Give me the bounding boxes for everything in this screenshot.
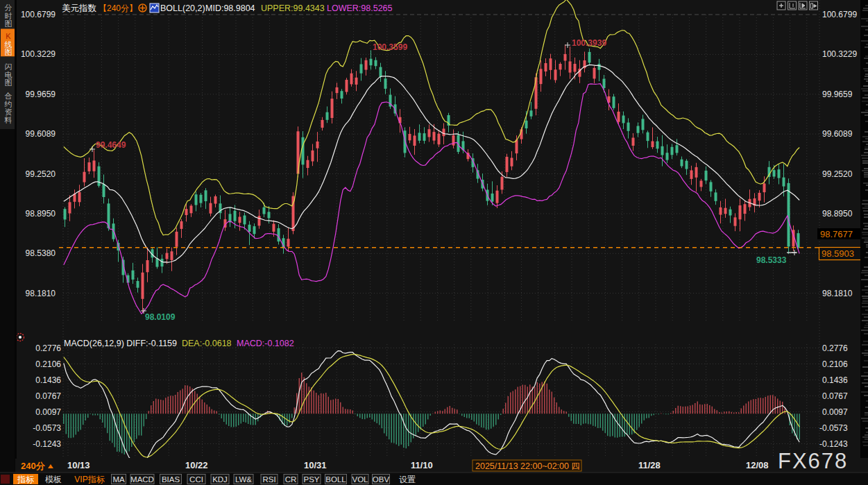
svg-text:闪: 闪 [5, 62, 12, 71]
svg-text:10/13: 10/13 [67, 460, 90, 470]
svg-text:图: 图 [5, 78, 12, 87]
svg-text:MACD(26,12,9) DIFF:-0.1159: MACD(26,12,9) DIFF:-0.1159 [64, 339, 177, 348]
svg-text:-0.0573: -0.0573 [33, 423, 61, 433]
svg-text:99.2520: 99.2520 [822, 169, 853, 179]
svg-text:线: 线 [5, 40, 12, 49]
svg-text:MID:98.9804: MID:98.9804 [205, 3, 255, 13]
svg-text:99.6089: 99.6089 [822, 129, 853, 139]
svg-text:11/10: 11/10 [411, 460, 433, 470]
svg-text:BIAS: BIAS [162, 475, 180, 484]
svg-text:98.8950: 98.8950 [822, 209, 853, 219]
svg-text:99.4649: 99.4649 [96, 140, 126, 150]
svg-text:【240分】: 【240分】 [99, 3, 137, 13]
svg-text:0.2776: 0.2776 [35, 343, 61, 353]
svg-text:MACD:-0.1082: MACD:-0.1082 [237, 339, 294, 348]
svg-text:指标: 指标 [17, 475, 35, 484]
svg-text:约: 约 [4, 100, 12, 108]
svg-text:MA: MA [112, 475, 125, 484]
svg-text:12/08: 12/08 [746, 460, 769, 470]
svg-text:10/22: 10/22 [185, 460, 208, 470]
svg-text:LW&: LW& [235, 475, 252, 484]
svg-text:0.1436: 0.1436 [35, 375, 61, 385]
svg-text:MACD: MACD [130, 475, 154, 484]
svg-text:0.0097: 0.0097 [822, 407, 848, 417]
svg-text:VOL: VOL [352, 475, 368, 484]
svg-text:98.5380: 98.5380 [26, 248, 56, 258]
svg-text:VIP指标: VIP指标 [74, 475, 105, 484]
svg-text:K: K [6, 32, 11, 40]
svg-text:KDJ: KDJ [212, 475, 228, 484]
svg-text:DEA:-0.0618: DEA:-0.0618 [182, 339, 232, 348]
svg-text:LOWER:98.5265: LOWER:98.5265 [327, 3, 393, 13]
svg-text:98.5333: 98.5333 [756, 255, 787, 265]
svg-text:100.3229: 100.3229 [21, 49, 56, 59]
svg-text:0.2776: 0.2776 [822, 343, 848, 353]
svg-text:98.1810: 98.1810 [822, 289, 853, 298]
svg-text:99.6089: 99.6089 [26, 129, 56, 139]
svg-text:资: 资 [5, 108, 12, 116]
svg-text:BOLL: BOLL [325, 475, 346, 484]
svg-text:100.3939: 100.3939 [572, 38, 606, 48]
svg-text:99.2520: 99.2520 [26, 169, 56, 179]
svg-text:电: 电 [5, 71, 12, 79]
svg-text:设置: 设置 [399, 475, 416, 484]
svg-text:OBV: OBV [373, 475, 390, 484]
svg-text:98.1810: 98.1810 [26, 289, 56, 298]
svg-text:-0.1243: -0.1243 [33, 439, 61, 449]
svg-text:11/28: 11/28 [638, 460, 661, 470]
svg-text:图: 图 [5, 19, 12, 28]
svg-text:100.6799: 100.6799 [822, 10, 857, 19]
svg-text:0.2106: 0.2106 [35, 359, 61, 369]
svg-text:合: 合 [5, 92, 12, 100]
svg-text:-0.1243: -0.1243 [819, 439, 848, 449]
svg-text:0.0097: 0.0097 [35, 407, 61, 417]
svg-text:99.9659: 99.9659 [26, 90, 56, 99]
svg-text:图: 图 [5, 48, 12, 56]
svg-text:0.2106: 0.2106 [822, 359, 848, 369]
svg-text:美元指数: 美元指数 [62, 3, 97, 13]
svg-text:UPPER:99.4343: UPPER:99.4343 [261, 3, 325, 13]
svg-text:100.3599: 100.3599 [373, 42, 407, 52]
svg-text:98.0109: 98.0109 [145, 312, 176, 322]
svg-text:FX678: FX678 [778, 449, 848, 473]
svg-text:98.7677: 98.7677 [820, 229, 853, 239]
svg-text:0.0767: 0.0767 [822, 391, 848, 401]
svg-text:CR: CR [285, 475, 297, 484]
svg-text:CCI: CCI [189, 475, 203, 484]
svg-text:2025/11/13 22:00~02:00 四: 2025/11/13 22:00~02:00 四 [475, 461, 580, 471]
svg-text:100.6799: 100.6799 [21, 10, 56, 19]
svg-text:10/31: 10/31 [304, 460, 327, 470]
svg-text:98.5903: 98.5903 [822, 248, 854, 259]
svg-text:-0.0573: -0.0573 [819, 423, 848, 433]
svg-text:0.1436: 0.1436 [822, 375, 848, 385]
svg-text:料: 料 [4, 116, 12, 124]
svg-text:0.0767: 0.0767 [35, 391, 61, 401]
svg-text:98.8950: 98.8950 [26, 209, 56, 219]
svg-text:240分: 240分 [21, 461, 46, 471]
svg-text:PSY: PSY [303, 475, 319, 484]
svg-text:时: 时 [5, 12, 12, 20]
svg-text:100.3229: 100.3229 [822, 49, 857, 59]
svg-text:99.9659: 99.9659 [822, 90, 853, 99]
svg-text:分: 分 [5, 3, 12, 12]
svg-text:BOLL(20,2): BOLL(20,2) [160, 3, 205, 13]
svg-text:模板: 模板 [45, 475, 62, 484]
svg-text:RSI: RSI [262, 475, 275, 484]
